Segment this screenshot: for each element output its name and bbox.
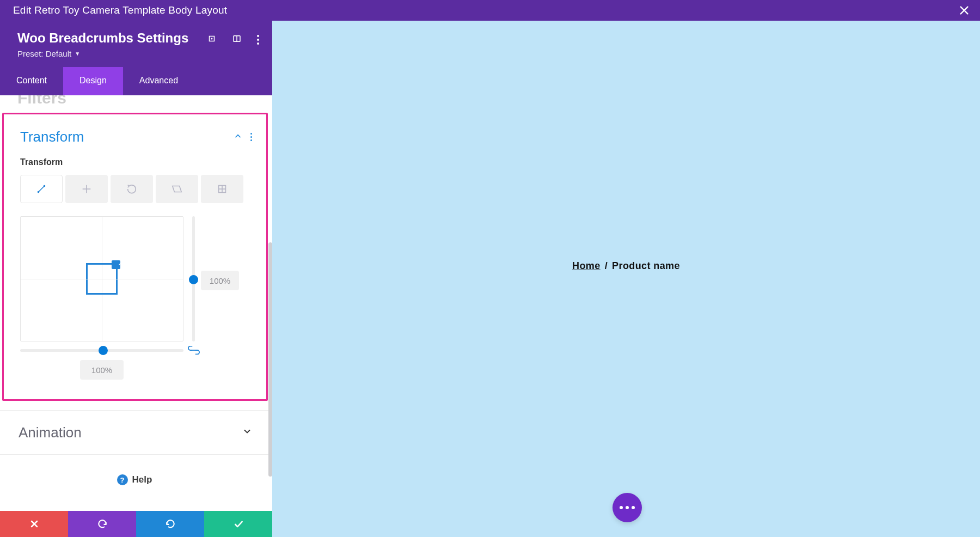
section-more-icon[interactable]	[250, 133, 252, 141]
breadcrumb-home[interactable]: Home	[572, 260, 601, 272]
section-title[interactable]: Transform	[20, 129, 84, 145]
save-button[interactable]	[204, 511, 272, 537]
resize-corner-icon	[112, 260, 120, 269]
close-icon[interactable]	[958, 4, 970, 16]
preview-breadcrumb: Home / Product name	[272, 260, 980, 272]
svg-point-6	[44, 185, 46, 187]
panel-scrollbar[interactable]	[268, 242, 272, 477]
tool-rotate[interactable]	[111, 175, 153, 203]
responsive-icon[interactable]	[232, 34, 242, 46]
xy-pad[interactable]	[20, 216, 183, 341]
section-transform: Transform Transform	[2, 113, 268, 401]
chevron-up-icon[interactable]	[233, 131, 243, 143]
transform-xy-area: 100% 100%	[20, 216, 250, 369]
panel-actionbar	[0, 511, 272, 537]
expand-icon[interactable]	[207, 34, 217, 46]
cancel-button[interactable]	[0, 511, 68, 537]
horizontal-value[interactable]: 100%	[80, 360, 124, 380]
chevron-down-icon	[242, 426, 253, 439]
tool-translate[interactable]	[65, 175, 108, 203]
vertical-value[interactable]: 100%	[201, 271, 239, 290]
section-header: Transform	[4, 114, 266, 151]
preset-label: Preset: Default	[17, 49, 71, 58]
section-filters-peek: Filters	[17, 95, 66, 107]
transform-label: Transform	[4, 151, 266, 175]
settings-panel: Woo Breadcrumbs Settings Preset: Default…	[0, 21, 272, 537]
horizontal-slider-thumb[interactable]	[99, 346, 108, 355]
animation-title: Animation	[19, 424, 82, 441]
vertical-slider[interactable]	[192, 216, 195, 341]
breadcrumb-separator: /	[605, 260, 608, 272]
undo-button[interactable]	[68, 511, 136, 537]
svg-marker-9	[173, 186, 182, 192]
builder-fab[interactable]	[612, 493, 642, 522]
tab-design[interactable]: Design	[63, 67, 123, 95]
more-horizontal-icon	[620, 506, 635, 509]
tab-advanced[interactable]: Advanced	[123, 67, 194, 95]
svg-point-5	[38, 191, 40, 193]
section-animation[interactable]: Animation	[0, 410, 269, 455]
help-icon: ?	[117, 474, 128, 485]
panel-tabs: Content Design Advanced	[0, 67, 272, 95]
more-icon[interactable]	[257, 35, 259, 45]
breadcrumb-current: Product name	[612, 260, 680, 272]
tool-origin[interactable]	[201, 175, 243, 203]
topbar-title: Edit Retro Toy Camera Template Body Layo…	[13, 4, 227, 16]
preset-selector[interactable]: Preset: Default ▼	[17, 49, 257, 58]
vertical-slider-thumb[interactable]	[189, 275, 198, 284]
xy-handle[interactable]	[86, 263, 118, 295]
page-root: Edit Retro Toy Camera Template Body Layo…	[0, 0, 980, 537]
link-values-icon[interactable]	[188, 346, 200, 357]
redo-button[interactable]	[136, 511, 204, 537]
horizontal-slider[interactable]	[20, 349, 183, 352]
caret-down-icon: ▼	[75, 51, 80, 57]
panel-header: Woo Breadcrumbs Settings Preset: Default…	[0, 21, 272, 67]
help-link[interactable]: ? Help	[0, 474, 269, 485]
help-label: Help	[132, 474, 152, 485]
editor-topbar: Edit Retro Toy Camera Template Body Layo…	[0, 0, 980, 21]
tool-scale[interactable]	[20, 175, 63, 203]
svg-point-1	[211, 38, 213, 40]
tool-skew[interactable]	[156, 175, 198, 203]
panel-body: Filters Transform Transform	[0, 95, 272, 537]
svg-line-4	[39, 186, 45, 192]
panel-header-icons	[207, 34, 259, 46]
transform-tool-tabs	[4, 175, 266, 203]
tab-content[interactable]: Content	[0, 67, 63, 95]
